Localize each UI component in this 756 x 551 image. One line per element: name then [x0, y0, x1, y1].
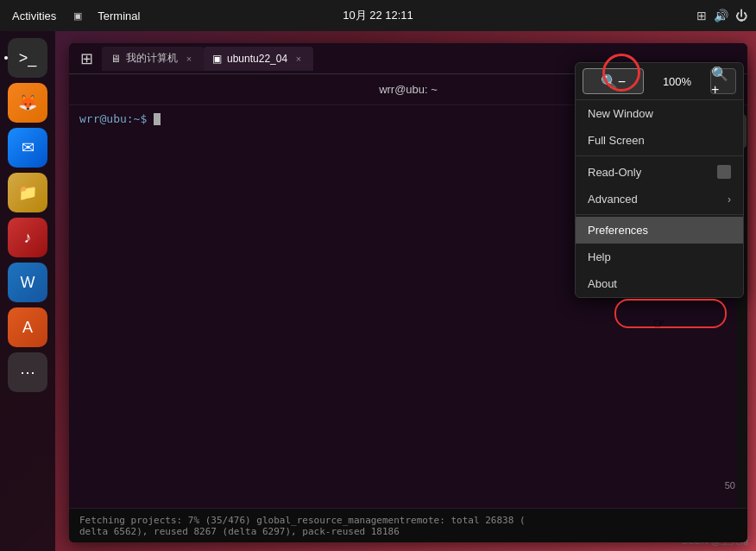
- terminal-status-bar: Fetching projects: 7% (35/476) global_re…: [69, 508, 747, 542]
- menu-item-new-window[interactable]: New Window: [576, 100, 743, 127]
- zoom-out-icon: 🔍−: [601, 73, 626, 90]
- tab-close-button[interactable]: ×: [183, 53, 195, 65]
- menu-item-about[interactable]: About: [576, 270, 743, 297]
- dock-item-files[interactable]: 📁: [8, 173, 47, 212]
- menu-item-preferences[interactable]: Preferences: [576, 217, 743, 244]
- appstore-icon: A: [22, 319, 33, 337]
- menu-item-label: About: [588, 277, 617, 290]
- taskbar-datetime: 10月 22 12:11: [343, 8, 413, 23]
- dropdown-menu: 🔍− 100% 🔍+ New Window Full Screen Read-O…: [575, 62, 744, 298]
- tab-close-ubuntu[interactable]: ×: [293, 53, 305, 65]
- activities-button[interactable]: Activities: [3, 6, 65, 26]
- more-apps-icon: ⋯: [20, 363, 35, 382]
- menu-item-label: New Window: [588, 107, 653, 120]
- tab-my-computer[interactable]: 🖥 我的计算机 ×: [102, 47, 204, 71]
- terminal-icon: >_: [19, 49, 37, 67]
- taskbar-terminal-icon: ▣: [68, 6, 87, 25]
- dock-item-firefox[interactable]: 🦊: [8, 83, 47, 123]
- rhythmbox-icon: ♪: [24, 229, 32, 247]
- taskbar-system-icons: ⊞ 🔊 ⏻: [696, 9, 756, 22]
- zoom-level: 100%: [647, 75, 707, 88]
- dock-item-rhythmbox[interactable]: ♪: [8, 218, 47, 257]
- network-icon[interactable]: ⊞: [696, 9, 707, 22]
- menu-item-label: Preferences: [588, 224, 648, 237]
- menu-item-full-screen[interactable]: Full Screen: [576, 127, 743, 154]
- tab-ubuntu[interactable]: ▣ ubuntu22_04 ×: [204, 47, 313, 71]
- menu-item-read-only[interactable]: Read-Only: [576, 158, 743, 186]
- status-line-2: delta 6562), reused 8267 (delta 6297), p…: [79, 526, 737, 537]
- thunderbird-icon: ✉: [22, 138, 35, 157]
- taskbar: Activities ▣ Terminal 10月 22 12:11 ⊞ 🔊 ⏻: [0, 0, 756, 31]
- menu-separator-2: [576, 214, 743, 215]
- menu-item-label: Help: [588, 250, 611, 263]
- desktop: Activities ▣ Terminal 10月 22 12:11 ⊞ 🔊 ⏻…: [0, 0, 756, 551]
- dock-item-thunderbird[interactable]: ✉: [8, 128, 47, 168]
- tab-label-ubuntu: ubuntu22_04: [227, 53, 287, 65]
- files-icon: 📁: [18, 183, 37, 202]
- menu-separator-1: [576, 155, 743, 156]
- zoom-in-icon: 🔍+: [711, 66, 735, 98]
- tab-label: 我的计算机: [126, 51, 178, 66]
- status-line-1: Fetching projects: 7% (35/476) global_re…: [79, 515, 737, 526]
- dock-item-writer[interactable]: W: [8, 263, 47, 302]
- window-title: wrr@ubu: ~: [379, 83, 438, 96]
- menu-item-advanced[interactable]: Advanced ›: [576, 186, 743, 212]
- dock-item-terminal[interactable]: >_: [8, 38, 47, 78]
- menu-item-label: Full Screen: [588, 134, 645, 147]
- dock: >_ 🦊 ✉ 📁 ♪ W A ⋯: [0, 31, 55, 551]
- taskbar-app-name: Terminal: [91, 6, 147, 26]
- dock-item-more[interactable]: ⋯: [8, 352, 47, 392]
- menu-item-label: Advanced: [588, 193, 638, 206]
- zoom-in-button[interactable]: 🔍+: [710, 68, 736, 94]
- zoom-out-button[interactable]: 🔍−: [583, 68, 644, 94]
- submenu-arrow-icon: ›: [728, 193, 731, 206]
- prompt: wrr@ubu:~$: [79, 112, 154, 125]
- firefox-icon: 🦊: [18, 93, 37, 112]
- volume-icon[interactable]: 🔊: [714, 9, 728, 22]
- checkbox-read-only[interactable]: [717, 165, 731, 179]
- dock-active-indicator: [4, 56, 8, 60]
- menu-item-help[interactable]: Help: [576, 244, 743, 270]
- menu-item-label: Read-Only: [588, 166, 641, 179]
- tab-icon-ubuntu: ▣: [212, 53, 222, 65]
- new-tab-icon: ⊞: [80, 49, 93, 68]
- writer-icon: W: [21, 274, 35, 292]
- scrollbar-position-label: 50: [725, 480, 735, 491]
- cursor: [154, 113, 161, 125]
- dock-item-appstore[interactable]: A: [8, 307, 47, 347]
- power-icon[interactable]: ⏻: [735, 9, 747, 22]
- zoom-row: 🔍− 100% 🔍+: [576, 63, 743, 100]
- new-tab-button[interactable]: ⊞: [74, 47, 98, 71]
- tab-icon: 🖥: [110, 53, 121, 65]
